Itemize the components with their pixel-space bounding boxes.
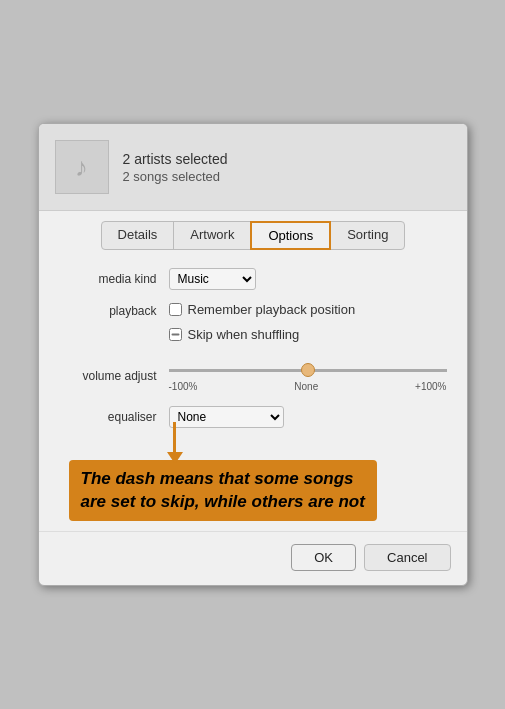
- tab-options[interactable]: Options: [250, 221, 331, 250]
- tab-artwork[interactable]: Artwork: [173, 221, 251, 250]
- dialog: ♪ 2 artists selected 2 songs selected De…: [38, 123, 468, 585]
- songs-selected-text: 2 songs selected: [123, 169, 228, 184]
- remember-playback-checkbox[interactable]: [169, 303, 182, 316]
- skip-shuffling-row: Skip when shuffling: [169, 327, 447, 342]
- tab-details[interactable]: Details: [101, 221, 175, 250]
- arrow-head: [167, 452, 183, 464]
- dialog-footer: OK Cancel: [39, 531, 467, 585]
- annotation-text: The dash means that some songsare set to…: [69, 460, 377, 520]
- annotation-area: The dash means that some songsare set to…: [39, 452, 467, 530]
- artists-selected-text: 2 artists selected: [123, 151, 228, 167]
- skip-shuffling-checkbox[interactable]: [169, 328, 182, 341]
- slider-labels: -100% None +100%: [169, 381, 447, 392]
- arrow-shaft: [173, 422, 176, 452]
- playback-row: playback Remember playback position Skip…: [59, 302, 447, 348]
- slider-container: -100% None +100%: [169, 360, 447, 392]
- media-kind-control: Music Podcast Audiobook: [169, 268, 447, 290]
- playback-section: Remember playback position Skip when shu…: [169, 302, 447, 348]
- skip-shuffling-label[interactable]: Skip when shuffling: [188, 327, 300, 342]
- equaliser-row: equaliser None Acoustic Bass Booster Cla…: [59, 406, 447, 428]
- equaliser-select[interactable]: None Acoustic Bass Booster Classical Dan…: [169, 406, 284, 428]
- slider-track: [169, 360, 447, 380]
- remember-playback-row: Remember playback position: [169, 302, 447, 317]
- equaliser-control: None Acoustic Bass Booster Classical Dan…: [169, 406, 447, 428]
- dialog-content: media kind Music Podcast Audiobook playb…: [39, 250, 467, 452]
- media-kind-row: media kind Music Podcast Audiobook: [59, 268, 447, 290]
- volume-adjust-label: volume adjust: [59, 369, 169, 383]
- dialog-header: ♪ 2 artists selected 2 songs selected: [39, 124, 467, 211]
- equaliser-label: equaliser: [59, 410, 169, 424]
- tab-sorting[interactable]: Sorting: [330, 221, 405, 250]
- volume-slider[interactable]: [169, 369, 447, 372]
- album-art: ♪: [55, 140, 109, 194]
- media-kind-label: media kind: [59, 272, 169, 286]
- slider-max-label: +100%: [415, 381, 446, 392]
- ok-button[interactable]: OK: [291, 544, 356, 571]
- slider-none-label: None: [294, 381, 318, 392]
- cancel-button[interactable]: Cancel: [364, 544, 450, 571]
- tabs-bar: Details Artwork Options Sorting: [39, 211, 467, 250]
- header-text: 2 artists selected 2 songs selected: [123, 151, 228, 184]
- playback-label: playback: [59, 302, 169, 318]
- slider-min-label: -100%: [169, 381, 198, 392]
- media-kind-select[interactable]: Music Podcast Audiobook: [169, 268, 256, 290]
- music-note-icon: ♪: [75, 152, 88, 183]
- volume-adjust-row: volume adjust -100% None +100%: [59, 360, 447, 392]
- remember-playback-label[interactable]: Remember playback position: [188, 302, 356, 317]
